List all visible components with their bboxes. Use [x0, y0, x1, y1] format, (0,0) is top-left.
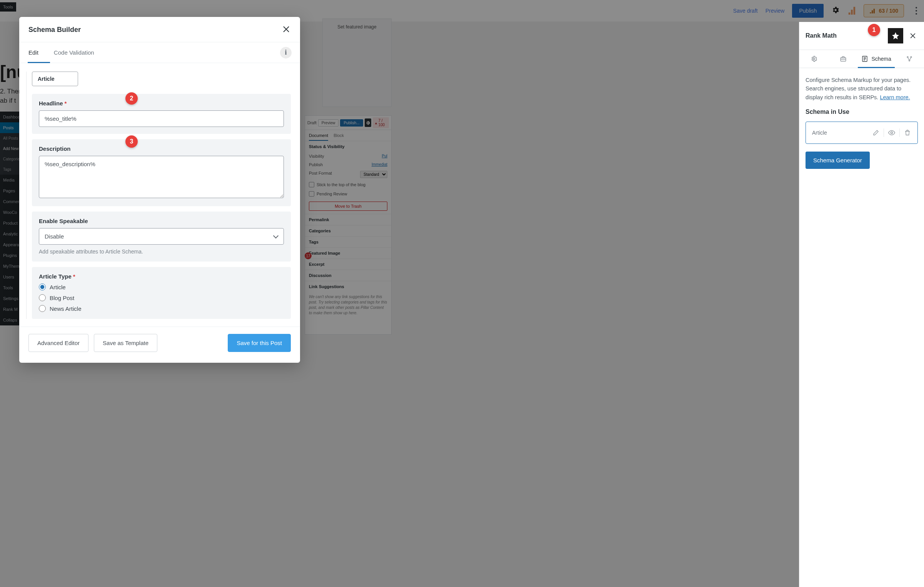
settings-icon[interactable] — [831, 6, 840, 16]
save-as-template-button[interactable]: Save as Template — [94, 334, 157, 352]
topbar-preview[interactable]: Preview — [318, 119, 339, 127]
checkbox-stick[interactable] — [309, 182, 314, 187]
schema-builder-modal: Schema Builder Edit Code Validation i Ar… — [19, 17, 300, 363]
visibility-value[interactable]: Pul — [382, 154, 387, 158]
modal-tab-code-validation[interactable]: Code Validation — [53, 42, 95, 63]
tab-share-icon[interactable] — [895, 50, 924, 68]
schema-generator-button[interactable]: Schema Generator — [806, 152, 870, 169]
svg-point-4 — [911, 57, 912, 58]
featured-image-placeholder[interactable]: Set featured image — [322, 18, 392, 107]
tab-document[interactable]: Document — [309, 133, 328, 141]
nav-tools[interactable]: Tools — [0, 282, 20, 293]
nav-comments[interactable]: Commen — [0, 196, 20, 207]
publish-button[interactable]: Publish — [792, 4, 824, 18]
section-tags[interactable]: Tags — [305, 236, 391, 247]
info-icon[interactable]: i — [280, 47, 292, 58]
advanced-editor-button[interactable]: Advanced Editor — [28, 334, 88, 352]
nav-products[interactable]: Product — [0, 218, 20, 228]
topbar-mini-score: ▴7 / 100 — [373, 117, 389, 128]
nav-appearance[interactable]: Appeara — [0, 239, 20, 250]
nav-plugins[interactable]: Plugins — [0, 250, 20, 261]
speakable-label: Enable Speakable — [39, 218, 284, 224]
tools-pill: Tools — [0, 2, 16, 12]
eye-icon[interactable] — [886, 127, 898, 138]
post-format-label: Post Format — [309, 171, 332, 178]
nav-users[interactable]: Users — [0, 272, 20, 282]
tab-schema[interactable]: Schema — [858, 50, 894, 68]
article-chip[interactable]: Article — [32, 72, 78, 86]
move-to-trash-button[interactable]: Move to Trash — [309, 202, 387, 211]
article-type-option-blog-post[interactable]: Blog Post — [39, 294, 284, 301]
nav-collapse[interactable]: Collaps — [0, 315, 20, 325]
link-suggestions-hint: We can't show any link suggestions for t… — [305, 292, 391, 320]
tab-toolbox-icon[interactable] — [829, 50, 858, 68]
rankmath-logo-icon[interactable] — [847, 5, 856, 17]
learn-more-link[interactable]: Learn more. — [880, 94, 910, 100]
rank-math-panel: Rank Math Schema Configure S — [799, 22, 924, 587]
tab-settings-icon[interactable] — [799, 50, 829, 68]
modal-tab-edit[interactable]: Edit — [28, 42, 39, 63]
topbar-draft: Draft — [307, 120, 317, 125]
post-format-select[interactable]: Standard — [360, 171, 387, 178]
description-textarea[interactable] — [39, 156, 284, 198]
section-status-visibility[interactable]: Status & Visibility — [305, 141, 391, 152]
callout-badge-1: 1 — [868, 24, 880, 36]
svg-point-0 — [813, 58, 815, 60]
tab-block[interactable]: Block — [334, 133, 344, 141]
nav-rankmath[interactable]: Rank M — [0, 304, 20, 315]
nav-woocommerce[interactable]: WooCo — [0, 207, 20, 218]
nav-posts[interactable]: Posts — [0, 122, 20, 133]
rank-math-tabs: Schema — [799, 50, 924, 68]
publish-label: Publish — [309, 162, 323, 167]
seo-score-value: 63 / 100 — [879, 8, 898, 14]
save-for-post-button[interactable]: Save for this Post — [228, 334, 291, 352]
headline-input[interactable] — [39, 110, 284, 127]
svg-point-6 — [891, 132, 893, 134]
section-discussion[interactable]: Discussion — [305, 270, 391, 281]
preview-link[interactable]: Preview — [766, 8, 785, 14]
headline-label: Headline* — [39, 100, 284, 107]
nav-pages[interactable]: Pages — [0, 185, 20, 196]
nav-analytics[interactable]: Analytic — [0, 228, 20, 239]
speakable-select[interactable]: Disable — [39, 228, 284, 245]
document-settings-panel: Draft Preview Publish... ▴7 / 100 Docume… — [305, 115, 392, 335]
section-categories[interactable]: Categories — [305, 225, 391, 236]
edit-icon[interactable] — [870, 127, 882, 138]
article-type-option-article[interactable]: Article — [39, 283, 284, 290]
nav-mytheme[interactable]: MyThem — [0, 261, 20, 272]
notification-badge: 17 — [305, 252, 312, 259]
callout-badge-2: 2 — [125, 92, 138, 105]
close-panel-button[interactable] — [906, 28, 919, 43]
nav-media[interactable]: Media — [0, 175, 20, 185]
article-type-label: Article Type* — [39, 273, 284, 280]
bg-text-line: 2. Ther — [0, 88, 21, 95]
callout-badge-3: 3 — [125, 135, 138, 148]
section-excerpt[interactable]: Excerpt — [305, 258, 391, 270]
section-featured-image[interactable]: Featured Image — [305, 247, 391, 258]
close-modal-button[interactable] — [282, 25, 291, 35]
seo-score-badge[interactable]: 63 / 100 — [864, 4, 904, 17]
save-draft-link[interactable]: Save draft — [733, 8, 758, 14]
article-type-option-news-article[interactable]: News Article — [39, 305, 284, 312]
nav-tags[interactable]: Tags — [0, 164, 20, 175]
section-link-suggestions[interactable]: Link Suggestions — [305, 281, 391, 292]
schema-in-use-item: Article — [806, 122, 918, 144]
nav-dashboard[interactable]: Dashboard — [0, 112, 20, 122]
nav-add-new[interactable]: Add New — [0, 143, 20, 154]
star-button[interactable] — [888, 28, 903, 43]
wp-admin-nav: Dashboard Posts All Posts Add New Catego… — [0, 112, 20, 325]
svg-point-5 — [909, 60, 910, 61]
topbar-gear-icon[interactable] — [365, 118, 371, 127]
more-menu-icon[interactable] — [912, 7, 921, 15]
visibility-label: Visibility — [309, 154, 324, 158]
section-permalink[interactable]: Permalink — [305, 214, 391, 225]
nav-categories[interactable]: Categories — [0, 154, 20, 164]
description-label: Description — [39, 145, 284, 152]
nav-all-posts[interactable]: All Posts — [0, 133, 20, 143]
nav-settings[interactable]: Settings — [0, 293, 20, 304]
trash-icon[interactable] — [901, 127, 914, 138]
topbar-publish[interactable]: Publish... — [340, 119, 363, 127]
checkbox-pending[interactable] — [309, 191, 314, 197]
schema-item-name: Article — [812, 130, 870, 136]
publish-value[interactable]: Immediat — [372, 162, 387, 167]
